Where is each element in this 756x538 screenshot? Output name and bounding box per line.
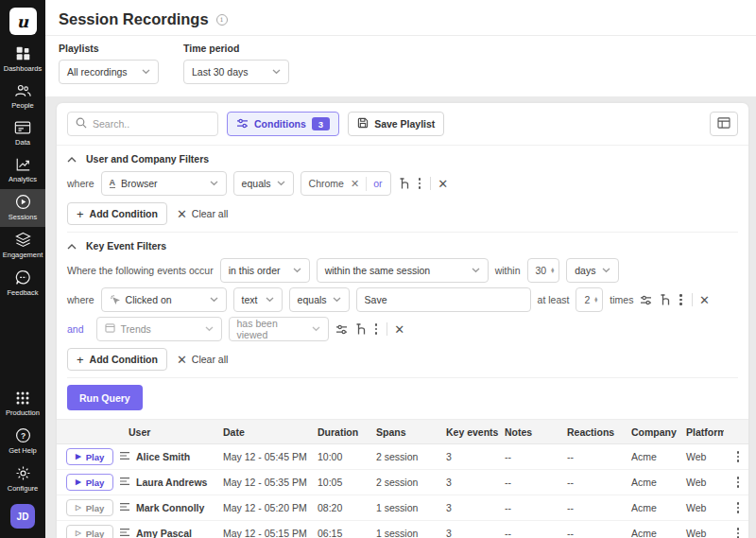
condition-menu-icon[interactable]	[416, 175, 424, 192]
platform-cell: Web	[682, 528, 724, 538]
user-cell[interactable]: Alice Smith	[115, 451, 219, 462]
adjust-condition-icon[interactable]	[335, 324, 348, 335]
play-label: Play	[86, 503, 105, 513]
sidebar-item-sessions[interactable]: Sessions	[0, 189, 45, 227]
user-name: Mark Connolly	[136, 502, 204, 513]
sidebar-item-label: Data	[15, 138, 30, 147]
play-button[interactable]: ▶ Play	[66, 448, 113, 465]
company-cell: Acme	[627, 477, 682, 488]
sessions-icon	[15, 194, 31, 210]
platform-cell: Web	[682, 502, 724, 513]
user-cell[interactable]: Mark Connolly	[115, 502, 219, 513]
filter-operator-select[interactable]: equals	[233, 171, 294, 196]
nest-condition-icon[interactable]	[659, 293, 670, 306]
sidebar-item-dashboards[interactable]: Dashboards	[0, 41, 45, 78]
sidebar-item-label: People	[11, 101, 33, 110]
remove-condition-icon[interactable]: ✕	[438, 178, 448, 190]
sidebar-item-analytics[interactable]: Analytics	[0, 152, 45, 189]
collapse-chevron-icon[interactable]	[67, 153, 77, 165]
nest-condition-icon[interactable]	[398, 177, 409, 190]
user-cell[interactable]: Laura Andrews	[115, 477, 219, 488]
sidebar: u Dashboards People Data Analytics Sessi…	[0, 0, 45, 538]
event-value: Clicked on	[126, 294, 172, 305]
col-header: Duration	[314, 426, 372, 438]
property-select[interactable]: text	[233, 287, 283, 312]
sidebar-item-production[interactable]: Production	[0, 386, 45, 423]
filter-value-chip[interactable]: Chrome ✕ or	[301, 171, 391, 196]
company-cell: Acme	[627, 502, 682, 513]
save-playlist-button[interactable]: Save Playlist	[348, 112, 444, 136]
table-view-options-button[interactable]	[710, 112, 738, 136]
play-button[interactable]: ▷ Play	[66, 499, 113, 516]
clear-all-button[interactable]: ✕ Clear all	[177, 208, 228, 220]
time-period-select[interactable]: Last 30 days	[183, 60, 289, 84]
remove-condition-icon[interactable]: ✕	[394, 323, 404, 336]
time-unit-select[interactable]: days	[566, 258, 619, 283]
user-cell[interactable]: Amy Pascal	[115, 528, 219, 538]
stepper-arrows-icon[interactable]: ▴▾	[551, 268, 554, 274]
text-operator-select[interactable]: equals	[289, 287, 350, 312]
info-icon[interactable]: i	[216, 14, 228, 26]
app-logo[interactable]: u	[9, 8, 37, 35]
sidebar-item-feedback[interactable]: Feedback	[0, 265, 45, 303]
stepper-arrows-icon[interactable]: ▴▾	[594, 297, 597, 304]
adjust-condition-icon[interactable]	[640, 295, 652, 305]
sidebar-item-engagement[interactable]: Engagement	[0, 227, 45, 265]
col-header: Company	[627, 426, 682, 438]
row-menu-icon[interactable]	[728, 448, 748, 465]
sidebar-item-configure[interactable]: Configure	[0, 460, 45, 498]
reactions-cell: --	[563, 502, 627, 513]
nest-condition-icon[interactable]	[354, 322, 366, 336]
count-stepper[interactable]: 2 ▴▾	[576, 287, 603, 312]
table-body: ▶ Play Alice Smith May 12 - 05:45 PM 10:…	[57, 444, 748, 538]
row-menu-icon[interactable]	[728, 474, 748, 491]
sidebar-item-people[interactable]: People	[0, 78, 45, 115]
add-condition-button[interactable]: + Add Condition	[67, 348, 167, 371]
row-menu-icon[interactable]	[728, 525, 748, 538]
event-select[interactable]: Trends	[96, 317, 222, 341]
playlists-select[interactable]: All recordings	[59, 60, 159, 84]
condition-menu-icon[interactable]	[372, 321, 381, 338]
event-order-select[interactable]: in this order	[220, 258, 310, 283]
clear-all-button[interactable]: ✕ Clear all	[177, 354, 228, 366]
chevron-down-icon	[602, 268, 610, 273]
reactions-cell: --	[563, 451, 627, 462]
play-icon: ▷	[76, 504, 81, 512]
sidebar-item-get-help[interactable]: ? Get Help	[0, 423, 45, 460]
divider	[430, 177, 431, 190]
conditions-button[interactable]: Conditions 3	[227, 112, 339, 136]
event-scope-select[interactable]: within the same session	[317, 258, 489, 283]
or-toggle[interactable]: or	[373, 178, 382, 189]
filter-field-select[interactable]: A Browser	[101, 171, 227, 196]
key-event-condition-row-2: and Trends has been viewed	[67, 317, 738, 341]
chevron-down-icon	[472, 268, 480, 273]
help-icon: ?	[15, 427, 31, 443]
operator-value: equals	[242, 178, 271, 189]
run-query-button[interactable]: Run Query	[67, 385, 143, 410]
play-button[interactable]: ▶ Play	[66, 474, 113, 491]
user-avatar[interactable]: JD	[10, 504, 35, 529]
search-input[interactable]	[93, 118, 210, 130]
sidebar-item-data[interactable]: Data	[0, 115, 45, 152]
event-text-input[interactable]	[356, 287, 531, 312]
page-title: Session Recordings	[59, 10, 209, 28]
divider	[692, 293, 693, 306]
order-value: in this order	[229, 265, 281, 276]
feedback-icon	[15, 269, 31, 286]
collapse-chevron-icon[interactable]	[67, 240, 77, 252]
key-event-condition-row-1: where Clicked on text equals	[67, 287, 738, 312]
add-condition-button[interactable]: + Add Condition	[67, 202, 167, 225]
date-cell: May 12 - 05:45 PM	[219, 451, 314, 462]
and-label: and	[67, 323, 84, 335]
chevron-down-icon	[142, 69, 150, 75]
viewed-operator-select[interactable]: has been viewed	[229, 317, 329, 341]
duration-cell: 06:15	[314, 528, 372, 538]
condition-menu-icon[interactable]	[677, 291, 685, 308]
remove-condition-icon[interactable]: ✕	[699, 294, 710, 306]
remove-value-icon[interactable]: ✕	[351, 178, 359, 190]
event-select[interactable]: Clicked on	[101, 287, 227, 312]
within-value-stepper[interactable]: 30 ▴▾	[527, 258, 560, 283]
play-button[interactable]: ▷ Play	[66, 525, 113, 538]
section-title: Key Event Filters	[86, 240, 166, 252]
row-menu-icon[interactable]	[728, 499, 748, 516]
